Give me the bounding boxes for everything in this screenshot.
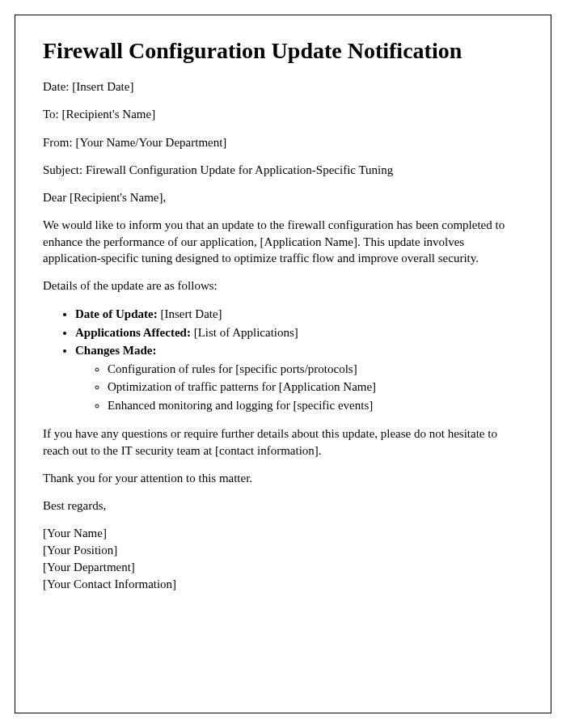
meta-to: To: [Recipient's Name] (43, 106, 523, 122)
document-title: Firewall Configuration Update Notificati… (43, 38, 523, 64)
detail-changes: Changes Made: Configuration of rules for… (75, 341, 523, 414)
subject-value: Firewall Configuration Update for Applic… (86, 163, 393, 176)
detail-apps-value: [List of Applications] (191, 326, 298, 339)
subject-label: Subject: (43, 163, 86, 176)
meta-date: Date: [Insert Date] (43, 78, 523, 95)
detail-apps-label: Applications Affected: (75, 326, 191, 339)
closing-help: If you have any questions or require fur… (43, 425, 523, 459)
detail-date-value: [Insert Date] (158, 307, 222, 320)
changes-sublist: Configuration of rules for [specific por… (108, 360, 523, 415)
signoff: Best regards, (43, 497, 523, 514)
details-list: Date of Update: [Insert Date] Applicatio… (75, 305, 523, 414)
detail-changes-label: Changes Made: (75, 344, 156, 357)
date-label: Date: (43, 80, 72, 93)
change-item: Configuration of rules for [specific por… (108, 360, 523, 379)
signature-contact: [Your Contact Information] (43, 576, 523, 593)
signature-department: [Your Department] (43, 559, 523, 576)
signature-name: [Your Name] (43, 525, 523, 542)
change-item: Optimization of traffic patterns for [Ap… (108, 378, 523, 396)
signature-position: [Your Position] (43, 542, 523, 559)
change-item: Enhanced monitoring and logging for [spe… (108, 396, 523, 415)
detail-date: Date of Update: [Insert Date] (75, 305, 523, 324)
salutation: Dear [Recipient's Name], (43, 189, 523, 205)
from-label: From: (43, 136, 75, 149)
detail-apps: Applications Affected: [List of Applicat… (75, 324, 523, 342)
to-value: [Recipient's Name] (62, 108, 156, 121)
from-value: [Your Name/Your Department] (75, 136, 226, 149)
detail-date-label: Date of Update: (75, 307, 158, 320)
to-label: To: (43, 108, 62, 121)
intro-paragraph: We would like to inform you that an upda… (43, 217, 523, 266)
document-frame: Firewall Configuration Update Notificati… (15, 15, 551, 713)
signature-block: [Your Name] [Your Position] [Your Depart… (43, 525, 523, 593)
thanks: Thank you for your attention to this mat… (43, 470, 523, 486)
meta-subject: Subject: Firewall Configuration Update f… (43, 162, 523, 178)
meta-from: From: [Your Name/Your Department] (43, 134, 523, 150)
details-lead: Details of the update are as follows: (43, 277, 523, 294)
date-value: [Insert Date] (72, 80, 133, 93)
